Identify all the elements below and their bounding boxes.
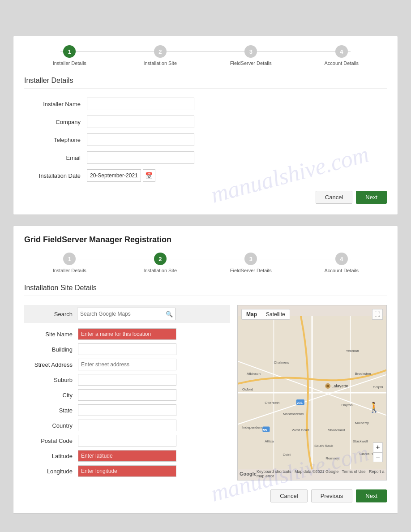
site-name-input[interactable] — [78, 328, 176, 340]
company-input[interactable] — [87, 116, 194, 128]
map-container[interactable]: Lafayette Chalmers Yeoman Brookston Delp… — [237, 305, 387, 481]
svg-text:Atkinson: Atkinson — [247, 372, 261, 376]
step2-circle-4: 4 — [335, 253, 348, 265]
zoom-out-button[interactable]: − — [373, 452, 383, 462]
street-address-input[interactable] — [78, 359, 176, 370]
svg-text:Independence: Independence — [242, 425, 265, 429]
svg-text:Romney: Romney — [325, 456, 339, 460]
longitude-input[interactable] — [78, 465, 176, 477]
google-logo: Google — [240, 471, 257, 476]
installation-date-label: Installation Date — [24, 172, 87, 179]
field-installer-name-row: Installer Name — [24, 98, 387, 110]
step-label-3: FieldServer Details — [230, 60, 272, 66]
step-2: 2 Installation Site — [115, 45, 206, 66]
suburb-label: Suburb — [24, 377, 78, 383]
step-circle-2: 2 — [154, 45, 167, 58]
postal-code-label: Postal Code — [24, 438, 78, 444]
step2-3: 3 FieldServer Details — [206, 253, 296, 273]
calendar-button[interactable]: 📅 — [143, 169, 155, 182]
installation-layout: Search 🔍 Site Name Building — [24, 305, 387, 481]
step-circle-1: 1 — [63, 45, 76, 58]
previous-button[interactable]: Previous — [311, 489, 353, 502]
map-person-icon: 🚶 — [368, 402, 380, 413]
city-row: City — [24, 389, 230, 401]
page-wrapper: 1 Installer Details 2 Installation Site … — [13, 36, 398, 514]
svg-text:South Raub: South Raub — [314, 444, 334, 448]
map-tabs: Map Satellite — [241, 309, 290, 320]
country-input[interactable] — [78, 420, 176, 431]
country-row: Country — [24, 420, 230, 431]
field-telephone-row: Telephone — [24, 133, 387, 146]
card2-button-row: Cancel Previous Next — [24, 489, 387, 502]
step2-circle-2: 2 — [154, 253, 167, 265]
installer-name-input[interactable] — [87, 98, 194, 110]
building-row: Building — [24, 343, 230, 355]
svg-text:Odell: Odell — [283, 453, 291, 457]
step2-4: 4 Account Details — [296, 253, 387, 273]
suburb-input[interactable] — [78, 374, 176, 386]
field-email-row: Email — [24, 151, 387, 164]
svg-text:Brookston: Brookston — [355, 372, 371, 376]
installer-details-title: Installer Details — [24, 77, 387, 89]
street-address-row: Street Address — [24, 359, 230, 370]
city-input[interactable] — [78, 389, 176, 401]
svg-text:West Point: West Point — [292, 428, 309, 432]
company-label: Company — [24, 119, 87, 125]
next-button-1[interactable]: Next — [356, 191, 387, 204]
site-name-label: Site Name — [24, 331, 78, 338]
map-tab-satellite[interactable]: Satellite — [261, 309, 290, 319]
svg-text:Oxford: Oxford — [242, 387, 253, 391]
telephone-input[interactable] — [87, 133, 194, 146]
zoom-in-button[interactable]: + — [373, 442, 383, 452]
svg-text:231: 231 — [297, 401, 303, 405]
step2-1: 1 Installer Details — [24, 253, 115, 273]
installation-map: Lafayette Chalmers Yeoman Brookston Delp… — [237, 305, 387, 481]
postal-code-input[interactable] — [78, 435, 176, 446]
svg-text:Stockwell: Stockwell — [353, 439, 368, 443]
svg-text:Montmorenci: Montmorenci — [283, 412, 304, 416]
state-input[interactable] — [78, 404, 176, 416]
street-address-label: Street Address — [24, 361, 78, 368]
step2-circle-3: 3 — [244, 253, 257, 265]
longitude-row: Longitude — [24, 465, 230, 477]
site-name-row: Site Name — [24, 328, 230, 340]
step2-2: 2 Installation Site — [115, 253, 206, 273]
state-row: State — [24, 404, 230, 416]
longitude-label: Longitude — [24, 468, 78, 475]
search-icon-button[interactable]: 🔍 — [163, 308, 175, 320]
svg-text:Shadeland: Shadeland — [328, 428, 345, 432]
map-footer-text: Keyboard shortcuts Map data ©2021 Google… — [257, 469, 385, 478]
card-installer-details: 1 Installer Details 2 Installation Site … — [13, 36, 398, 215]
search-input[interactable] — [77, 308, 163, 320]
map-tab-map[interactable]: Map — [242, 309, 261, 319]
field-installation-date-row: Installation Date 20-September-2021 📅 — [24, 169, 387, 182]
map-zoom-controls: + − — [373, 442, 383, 462]
svg-text:Yeoman: Yeoman — [346, 349, 359, 353]
date-wrapper: 20-September-2021 📅 — [87, 169, 155, 182]
step-circle-3: 3 — [244, 45, 257, 58]
svg-point-8 — [326, 385, 329, 387]
step-circle-4: 4 — [335, 45, 348, 58]
building-input[interactable] — [78, 343, 176, 355]
field-company-row: Company — [24, 116, 387, 128]
email-input[interactable] — [87, 151, 194, 164]
svg-text:55: 55 — [263, 428, 267, 432]
map-footer: Google Keyboard shortcuts Map data ©2021… — [240, 469, 385, 478]
map-fullscreen-button[interactable] — [372, 309, 383, 320]
city-label: City — [24, 392, 78, 399]
step2-label-3: FieldServer Details — [230, 268, 272, 273]
building-label: Building — [24, 346, 78, 353]
installation-site-title: Installation Site Details — [24, 284, 387, 296]
fullscreen-icon — [375, 312, 380, 317]
step2-circle-1: 1 — [63, 253, 76, 265]
step-3: 3 FieldServer Details — [206, 45, 296, 66]
cancel-button-2[interactable]: Cancel — [270, 489, 307, 502]
cancel-button-1[interactable]: Cancel — [316, 191, 352, 204]
svg-text:Attica: Attica — [265, 439, 274, 443]
suburb-row: Suburb — [24, 374, 230, 386]
latitude-input[interactable] — [78, 450, 176, 462]
search-icon: 🔍 — [166, 311, 173, 317]
svg-text:Dayton: Dayton — [341, 403, 352, 407]
next-button-2[interactable]: Next — [356, 489, 387, 502]
svg-text:Delphi: Delphi — [373, 385, 383, 389]
